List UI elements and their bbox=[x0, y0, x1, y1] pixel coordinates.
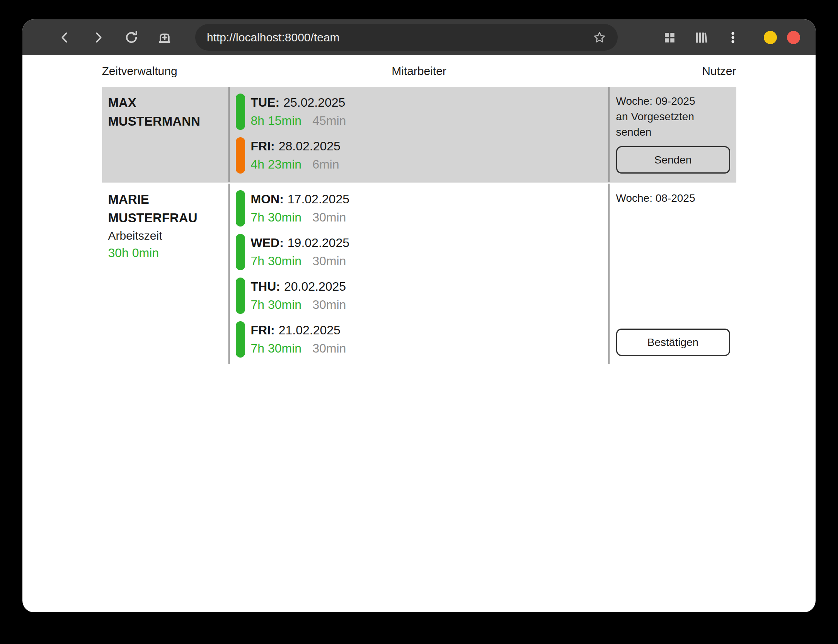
nav-zeitverwaltung[interactable]: Zeitverwaltung bbox=[102, 65, 313, 78]
entry-date: 28.02.2025 bbox=[279, 139, 341, 153]
new-tab-icon[interactable] bbox=[156, 29, 173, 46]
week-label-line: an Vorgesetzten bbox=[616, 109, 736, 124]
entry-worked-time: 4h 23min bbox=[251, 157, 302, 171]
entry-worked-time: 7h 30min bbox=[251, 298, 302, 312]
day-entry: THU:20.02.2025 7h 30min30min bbox=[236, 278, 608, 314]
entry-worked-time: 8h 15min bbox=[251, 114, 302, 128]
day-entry: TUE:25.02.2025 8h 15min45min bbox=[236, 94, 608, 130]
url-text[interactable]: http://localhost:8000/team bbox=[207, 31, 340, 44]
time-entries-cell: TUE:25.02.2025 8h 15min45min FRI:28.02.2… bbox=[228, 87, 608, 182]
back-icon[interactable] bbox=[56, 29, 73, 46]
browser-window: http://localhost:8000/team bbox=[22, 19, 816, 612]
day-entry: MON:17.02.2025 7h 30min30min bbox=[236, 190, 608, 227]
close-button[interactable] bbox=[787, 31, 800, 44]
status-pill-icon bbox=[236, 94, 245, 130]
week-label: Woche: 08-2025 bbox=[616, 191, 736, 206]
forward-icon[interactable] bbox=[90, 29, 107, 46]
entry-worked-time: 7h 30min bbox=[251, 341, 302, 355]
entry-break-time: 30min bbox=[312, 341, 346, 355]
day-entry: FRI:21.02.2025 7h 30min30min bbox=[236, 321, 608, 358]
entry-worked-time: 7h 30min bbox=[251, 210, 302, 224]
entry-break-time: 30min bbox=[312, 254, 346, 268]
employee-name-line: MUSTERFRAU bbox=[108, 209, 225, 227]
entry-day: FRI: bbox=[251, 323, 275, 337]
week-label-line: senden bbox=[616, 124, 736, 140]
entry-date: 20.02.2025 bbox=[284, 279, 346, 293]
week-label-line: Woche: 08-2025 bbox=[616, 191, 736, 206]
status-pill-icon bbox=[236, 321, 245, 358]
employee-name-cell: MAXMUSTERMANN bbox=[102, 87, 228, 182]
browser-toolbar: http://localhost:8000/team bbox=[22, 19, 816, 55]
nav-nutzer[interactable]: Nutzer bbox=[525, 65, 736, 78]
entry-day: TUE: bbox=[251, 95, 280, 109]
status-pill-icon bbox=[236, 278, 245, 314]
entry-break-time: 30min bbox=[312, 210, 346, 224]
worktime-label: Arbeitszeit bbox=[108, 227, 225, 244]
status-pill-icon bbox=[236, 137, 245, 174]
entry-break-time: 30min bbox=[312, 298, 346, 312]
status-pill-icon bbox=[236, 190, 245, 227]
entry-date: 19.02.2025 bbox=[288, 236, 349, 250]
entry-day: FRI: bbox=[251, 139, 275, 153]
entry-break-time: 6min bbox=[312, 157, 339, 171]
time-entries-cell: MON:17.02.2025 7h 30min30min WED:19.02.2… bbox=[228, 184, 608, 364]
entry-date: 17.02.2025 bbox=[288, 192, 349, 206]
entry-break-time: 45min bbox=[312, 114, 346, 128]
week-status-cell: Woche: 08-2025 Bestätigen bbox=[608, 184, 736, 364]
employee-row: MAXMUSTERMANN TUE:25.02.2025 8h 15min45m… bbox=[102, 87, 736, 182]
bookmark-star-icon[interactable] bbox=[592, 30, 607, 45]
employee-name-cell: MARIEMUSTERFRAUArbeitszeit30h 0min bbox=[102, 184, 228, 364]
nav-mitarbeiter[interactable]: Mitarbeiter bbox=[313, 65, 525, 78]
week-action-button[interactable]: Bestätigen bbox=[616, 329, 730, 356]
entry-day: THU: bbox=[251, 279, 280, 293]
url-bar[interactable]: http://localhost:8000/team bbox=[195, 24, 618, 51]
week-status-cell: Woche: 09-2025an Vorgesetztensenden Send… bbox=[608, 87, 736, 182]
employee-name-line: MAX bbox=[108, 94, 225, 112]
week-label: Woche: 09-2025an Vorgesetztensenden bbox=[616, 94, 736, 140]
entry-day: WED: bbox=[251, 236, 284, 250]
status-pill-icon bbox=[236, 234, 245, 270]
page-content: Zeitverwaltung Mitarbeiter Nutzer MAXMUS… bbox=[102, 55, 736, 364]
kebab-menu-icon[interactable] bbox=[724, 29, 741, 46]
grid-apps-icon[interactable] bbox=[661, 29, 678, 46]
employee-table: MAXMUSTERMANN TUE:25.02.2025 8h 15min45m… bbox=[102, 87, 736, 364]
library-icon[interactable] bbox=[693, 29, 710, 46]
employee-row: MARIEMUSTERFRAUArbeitszeit30h 0min MON:1… bbox=[102, 184, 736, 364]
day-entry: FRI:28.02.2025 4h 23min6min bbox=[236, 137, 608, 174]
day-entry: WED:19.02.2025 7h 30min30min bbox=[236, 234, 608, 270]
employee-name-line: MARIE bbox=[108, 190, 225, 209]
worktime-value: 30h 0min bbox=[108, 244, 225, 261]
week-label-line: Woche: 09-2025 bbox=[616, 94, 736, 109]
window-controls bbox=[764, 31, 800, 44]
site-nav: Zeitverwaltung Mitarbeiter Nutzer bbox=[102, 55, 736, 87]
employee-name-line: MUSTERMANN bbox=[108, 112, 225, 131]
entry-date: 21.02.2025 bbox=[279, 323, 341, 337]
toolbar-right-icons bbox=[661, 29, 741, 46]
entry-day: MON: bbox=[251, 192, 284, 206]
week-action-button[interactable]: Senden bbox=[616, 146, 730, 174]
entry-date: 25.02.2025 bbox=[283, 95, 345, 109]
reload-icon[interactable] bbox=[123, 29, 140, 46]
entry-worked-time: 7h 30min bbox=[251, 254, 302, 268]
minimize-button[interactable] bbox=[764, 31, 777, 44]
